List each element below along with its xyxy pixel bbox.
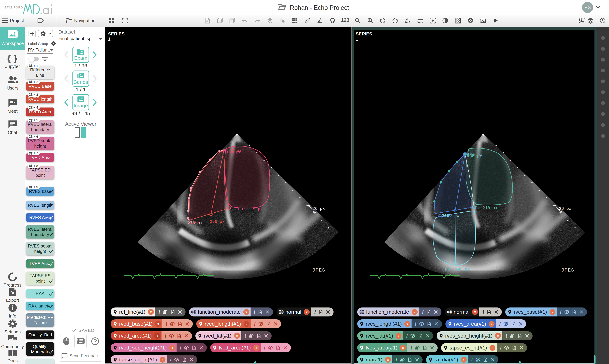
svg-text:LD: 195 px: LD: 195 px (445, 267, 470, 272)
svg-text:276 px: 276 px (188, 221, 202, 225)
svg-text:LD: 215 px: LD: 215 px (238, 207, 263, 211)
svg-text:175 px: 175 px (467, 153, 482, 157)
svg-text:256 px: 256 px (210, 219, 225, 224)
svg-text:26 px: 26 px (312, 206, 325, 211)
svg-text:26 px: 26 px (559, 206, 571, 211)
svg-text:LD: 210 px: LD: 210 px (473, 206, 497, 210)
svg-text:193 px: 193 px (227, 148, 241, 153)
svg-text:2169 px: 2169 px (442, 213, 459, 218)
